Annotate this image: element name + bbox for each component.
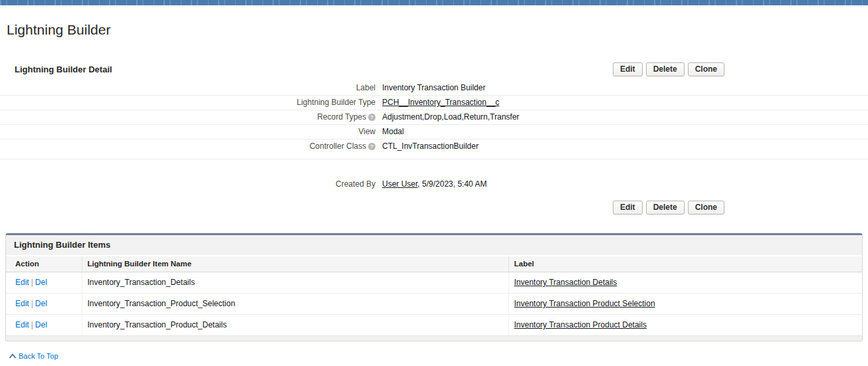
field-label-text: Lightning Builder Type: [296, 98, 376, 107]
field-row-controller-class: Controller Class ? CTL_InvTransactionBui…: [0, 139, 868, 159]
edit-button[interactable]: Edit: [613, 201, 643, 215]
field-value: Adjustment,Drop,Load,Return,Transfer: [382, 112, 519, 122]
action-separator: |: [29, 278, 35, 287]
item-name-cell: Inventory_Transaction_Details: [82, 272, 508, 294]
row-edit-link[interactable]: Edit: [15, 278, 29, 287]
app-header-bar: [0, 0, 868, 5]
back-to-top-label: Back To Top: [19, 352, 58, 360]
page-title: Lightning Builder: [7, 23, 868, 37]
field-row-view: View Modal: [0, 125, 868, 139]
help-icon[interactable]: ?: [368, 114, 376, 121]
field-label: Label: [0, 83, 382, 92]
field-label-text: Controller Class: [310, 141, 366, 151]
delete-button[interactable]: Delete: [646, 62, 685, 76]
detail-fields: Label Inventory Transaction Builder Ligh…: [0, 81, 868, 159]
created-by-datetime: , 5/9/2023, 5:40 AM: [417, 179, 487, 189]
detail-buttons-bottom-wrap: Edit Delete Clone: [0, 201, 868, 215]
table-row: Edit|Del Inventory_Transaction_Product_D…: [6, 315, 862, 336]
field-label: View: [0, 127, 382, 136]
row-edit-link[interactable]: Edit: [15, 320, 29, 329]
field-value: Modal: [382, 127, 404, 136]
detail-section-header: Lightning Builder Detail Edit Delete Clo…: [0, 62, 868, 76]
delete-button[interactable]: Delete: [646, 201, 685, 215]
related-list-footer: [6, 335, 862, 341]
item-name-cell: Inventory_Transaction_Product_Selection: [82, 294, 508, 315]
item-label-link[interactable]: Inventory Transaction Product Selection: [514, 299, 655, 308]
table-row: Edit|Del Inventory_Transaction_Details I…: [6, 272, 862, 294]
field-row-builder-type: Lightning Builder Type PCH__Inventory_Tr…: [0, 96, 868, 110]
back-to-top-link[interactable]: Back To Top: [9, 352, 58, 360]
field-label-text: Created By: [336, 179, 376, 189]
created-by-label: Created By: [0, 179, 382, 189]
table-row: Edit|Del Inventory_Transaction_Product_S…: [6, 294, 862, 315]
item-label-link[interactable]: Inventory Transaction Product Details: [514, 320, 647, 329]
field-label: Record Types ?: [0, 112, 382, 122]
field-label: Controller Class ?: [0, 141, 382, 151]
help-icon[interactable]: ?: [368, 143, 376, 150]
column-header-action: Action: [6, 256, 82, 272]
row-del-link[interactable]: Del: [35, 299, 47, 308]
clone-button[interactable]: Clone: [688, 62, 724, 76]
field-value: CTL_InvTransactionBuilder: [382, 141, 479, 151]
clone-button[interactable]: Clone: [688, 201, 724, 215]
field-label-text: Record Types: [317, 112, 366, 122]
action-separator: |: [29, 320, 35, 329]
row-edit-link[interactable]: Edit: [15, 299, 29, 308]
field-row-label: Label Inventory Transaction Builder: [0, 81, 868, 96]
field-row-record-types: Record Types ? Adjustment,Drop,Load,Retu…: [0, 110, 868, 125]
builder-type-link[interactable]: PCH__Inventory_Transaction__c: [382, 98, 499, 107]
column-header-name: Lightning Builder Item Name: [82, 256, 508, 272]
action-separator: |: [29, 299, 35, 308]
related-list-table: Action Lightning Builder Item Name Label…: [6, 256, 862, 335]
created-by-value: User User, 5/9/2023, 5:40 AM: [382, 179, 487, 189]
field-value: Inventory Transaction Builder: [382, 83, 485, 92]
related-list-title: Lightning Builder Items: [6, 235, 862, 256]
detail-buttons-bottom: Edit Delete Clone: [613, 201, 724, 215]
created-by-user-link[interactable]: User User: [382, 179, 417, 189]
item-name-cell: Inventory_Transaction_Product_Details: [82, 315, 508, 336]
column-header-label: Label: [508, 256, 862, 272]
field-label-text: View: [358, 127, 376, 136]
table-header-row: Action Lightning Builder Item Name Label: [6, 256, 862, 272]
row-del-link[interactable]: Del: [35, 320, 47, 329]
detail-section-title: Lightning Builder Detail: [15, 62, 112, 74]
row-del-link[interactable]: Del: [35, 278, 47, 287]
edit-button[interactable]: Edit: [613, 62, 643, 76]
chevron-up-icon: [9, 353, 16, 359]
created-by-row: Created By User User, 5/9/2023, 5:40 AM: [0, 177, 868, 191]
field-label: Lightning Builder Type: [0, 98, 382, 107]
related-list-panel: Lightning Builder Items Action Lightning…: [5, 233, 863, 341]
detail-buttons-top: Edit Delete Clone: [613, 62, 724, 76]
field-label-text: Label: [356, 83, 376, 92]
item-label-link[interactable]: Inventory Transaction Details: [514, 278, 617, 287]
